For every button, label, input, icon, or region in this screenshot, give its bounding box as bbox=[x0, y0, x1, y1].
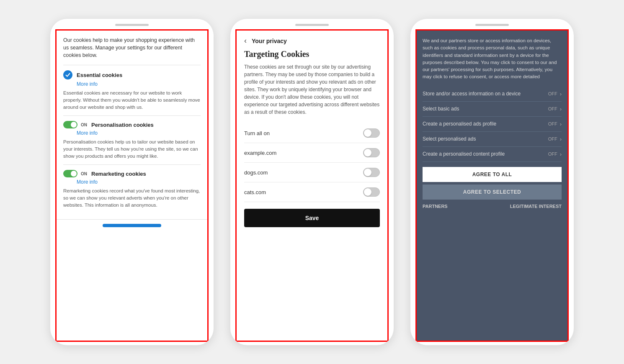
remarketing-header: ON Remarketing cookies bbox=[63, 170, 201, 177]
gdpr-basic-ads-chevron-icon[interactable]: › bbox=[560, 106, 562, 112]
cats-com-toggle[interactable] bbox=[363, 187, 380, 197]
personalisation-header: ON Personalisation cookies bbox=[63, 121, 201, 128]
gdpr-content-profile-status: OFF bbox=[548, 151, 557, 156]
gdpr-content-profile-chevron-icon[interactable]: › bbox=[560, 151, 562, 157]
phone-1: Our cookies help to make your shopping e… bbox=[50, 19, 214, 345]
remarketing-toggle-wrap: ON bbox=[63, 170, 87, 177]
essential-desc: Essential cookies are necessary for our … bbox=[63, 90, 201, 110]
targeting-cookies-title: Targeting Cookies bbox=[244, 49, 380, 59]
phone2-nav-title: Your privacy bbox=[252, 38, 287, 44]
gdpr-store-status: OFF bbox=[548, 91, 557, 96]
gdpr-select-personalised-ads-right: OFF › bbox=[548, 136, 562, 142]
gdpr-personalised-ads-profile-chevron-icon[interactable]: › bbox=[560, 121, 562, 127]
gdpr-store-label: Store and/or access information on a dev… bbox=[423, 91, 548, 97]
essential-cookies-section: Essential cookies More info Essential co… bbox=[63, 65, 201, 115]
phone2-content-area: ‹ Your privacy Targeting Cookies These c… bbox=[235, 29, 389, 342]
gdpr-store-right: OFF › bbox=[548, 91, 562, 97]
example-com-row: example.com bbox=[244, 143, 380, 163]
remarketing-title: Remarketing cookies bbox=[91, 171, 146, 177]
remarketing-cookies-section: ON Remarketing cookies More info Remarke… bbox=[63, 164, 201, 213]
essential-header: Essential cookies bbox=[63, 70, 201, 79]
turn-all-on-label: Turn all on bbox=[244, 130, 270, 136]
gdpr-content-profile-label: Create a personalised content profile bbox=[423, 151, 548, 157]
agree-all-button[interactable]: AGREE TO ALL bbox=[423, 167, 562, 182]
targeting-cookies-desc: These cookies are set through our site b… bbox=[244, 63, 380, 116]
gdpr-personalised-ads-profile-label: Create a personalised ads profile bbox=[423, 121, 548, 127]
blue-progress-bar bbox=[103, 224, 161, 227]
phone-3: We and our partners store or access info… bbox=[410, 19, 574, 345]
phone1-bottom-bar bbox=[57, 219, 207, 231]
gdpr-row-basic-ads: Select basic ads OFF › bbox=[423, 102, 562, 117]
phone2-scroll-area: ‹ Your privacy Targeting Cookies These c… bbox=[237, 31, 387, 341]
gdpr-personalised-ads-profile-status: OFF bbox=[548, 121, 557, 126]
gdpr-select-personalised-ads-label: Select personalised ads bbox=[423, 136, 548, 142]
gdpr-legitimate-interest-link[interactable]: LEGITIMATE INTEREST bbox=[510, 204, 562, 209]
gdpr-bottom-links: PARTNERS LEGITIMATE INTEREST bbox=[423, 204, 562, 209]
personalisation-desc: Personalisation cookies help us to tailo… bbox=[63, 138, 201, 159]
essential-more-info[interactable]: More info bbox=[77, 81, 201, 87]
personalisation-more-info[interactable]: More info bbox=[77, 130, 201, 136]
remarketing-toggle[interactable] bbox=[63, 170, 77, 177]
remarketing-toggle-label: ON bbox=[81, 172, 87, 176]
gdpr-select-personalised-ads-chevron-icon[interactable]: › bbox=[560, 136, 562, 142]
gdpr-intro-text: We and our partners store or access info… bbox=[423, 37, 562, 81]
personalisation-toggle-label: ON bbox=[81, 123, 87, 127]
gdpr-row-content-profile: Create a personalised content profile OF… bbox=[423, 147, 562, 162]
remarketing-more-info[interactable]: More info bbox=[77, 179, 201, 185]
phone3-scroll-area: We and our partners store or access info… bbox=[417, 31, 567, 341]
example-com-label: example.com bbox=[244, 150, 276, 156]
phone1-content-area: Our cookies help to make your shopping e… bbox=[55, 29, 209, 342]
example-com-toggle[interactable] bbox=[363, 148, 380, 157]
gdpr-select-personalised-ads-status: OFF bbox=[548, 136, 557, 141]
personalisation-toggle[interactable] bbox=[63, 121, 77, 128]
dogs-com-row: dogs.com bbox=[244, 163, 380, 182]
personalisation-cookies-section: ON Personalisation cookies More info Per… bbox=[63, 115, 201, 164]
remarketing-desc: Remarketing cookies record what you've f… bbox=[63, 187, 201, 208]
dogs-com-label: dogs.com bbox=[244, 169, 268, 176]
gdpr-row-personalised-ads-profile: Create a personalised ads profile OFF › bbox=[423, 117, 562, 132]
gdpr-store-chevron-icon[interactable]: › bbox=[560, 91, 562, 97]
gdpr-basic-ads-label: Select basic ads bbox=[423, 106, 548, 112]
cats-com-row: cats.com bbox=[244, 182, 380, 202]
phone2-nav: ‹ Your privacy bbox=[244, 36, 380, 45]
essential-check-icon bbox=[63, 70, 72, 79]
gdpr-basic-ads-right: OFF › bbox=[548, 106, 562, 112]
gdpr-personalised-ads-profile-right: OFF › bbox=[548, 121, 562, 127]
agree-selected-button[interactable]: AGREE TO SELECTED bbox=[423, 185, 562, 200]
phone1-intro-text: Our cookies help to make your shopping e… bbox=[63, 36, 201, 59]
essential-title: Essential cookies bbox=[77, 72, 122, 78]
personalisation-title: Personalisation cookies bbox=[91, 122, 154, 128]
turn-all-on-row: Turn all on bbox=[244, 123, 380, 143]
phone3-content-area: We and our partners store or access info… bbox=[415, 29, 569, 342]
gdpr-content-profile-right: OFF › bbox=[548, 151, 562, 157]
gdpr-row-select-personalised-ads: Select personalised ads OFF › bbox=[423, 132, 562, 147]
cats-com-label: cats.com bbox=[244, 189, 266, 195]
back-arrow-icon[interactable]: ‹ bbox=[244, 36, 247, 45]
phone1-scroll-area: Our cookies help to make your shopping e… bbox=[57, 31, 207, 219]
save-button[interactable]: Save bbox=[244, 209, 380, 227]
turn-all-on-toggle[interactable] bbox=[363, 128, 380, 138]
phone-2: ‹ Your privacy Targeting Cookies These c… bbox=[230, 19, 394, 345]
gdpr-partners-link[interactable]: PARTNERS bbox=[423, 204, 448, 209]
dogs-com-toggle[interactable] bbox=[363, 168, 380, 177]
gdpr-row-store: Store and/or access information on a dev… bbox=[423, 87, 562, 102]
personalisation-toggle-wrap: ON bbox=[63, 121, 87, 128]
gdpr-basic-ads-status: OFF bbox=[548, 106, 557, 111]
